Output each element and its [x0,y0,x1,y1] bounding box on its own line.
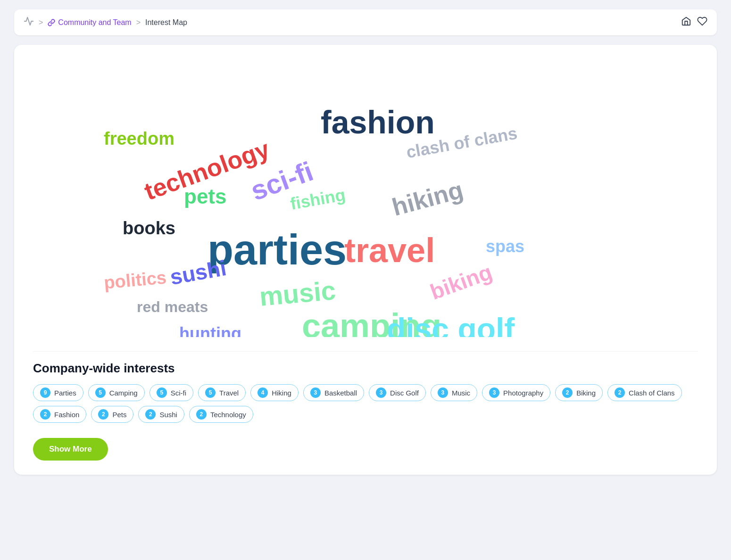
tag-label: Biking [576,389,596,397]
tag-label: Sci-fi [171,389,186,397]
tag-count: 3 [376,387,386,398]
chart-icon [24,16,34,29]
interest-tag[interactable]: 3Disc Golf [369,384,426,401]
tag-count: 5 [205,387,216,398]
interest-tag[interactable]: 3Basketball [303,384,364,401]
interest-tag[interactable]: 2Clash of Clans [607,384,682,401]
tag-count: 2 [98,409,108,420]
tag-label: Camping [109,389,138,397]
community-nav-link[interactable]: Community and Team [48,18,131,27]
show-more-button[interactable]: Show More [33,438,108,461]
tag-label: Clash of Clans [629,389,675,397]
tag-label: Parties [54,389,76,397]
interest-tag[interactable]: 2Technology [189,406,253,423]
home-icon[interactable] [681,16,691,29]
word-cloud-item[interactable]: parties [208,229,347,271]
tag-label: Technology [210,411,246,419]
tag-count: 2 [196,409,207,420]
word-cloud-item[interactable]: biking [427,261,495,303]
tag-count: 9 [40,387,50,398]
word-cloud: fashiontechnologyfreedomclash of clanssc… [33,59,698,337]
tag-count: 2 [40,409,50,420]
tag-label: Photography [503,389,543,397]
interest-tag[interactable]: 2Fashion [33,406,86,423]
tag-count: 2 [562,387,573,398]
word-cloud-item[interactable]: hunting [179,325,241,337]
interest-tag[interactable]: 5Camping [88,384,145,401]
tag-count: 4 [258,387,268,398]
interest-tag[interactable]: 2Pets [91,406,133,423]
tag-label: Disc Golf [390,389,419,397]
nav-bar: > Community and Team > Interest Map [14,9,717,35]
community-label: Community and Team [58,18,131,27]
word-cloud-item[interactable]: politics [103,268,167,291]
interest-tag[interactable]: 2Sushi [138,406,184,423]
tag-label: Hiking [272,389,291,397]
page-container: > Community and Team > Interest Map [0,0,731,484]
tag-label: Fashion [54,411,79,419]
interests-section: Company-wide interests 9Parties5Camping5… [33,351,698,461]
tag-label: Pets [112,411,126,419]
tag-label: Basketball [324,389,357,397]
word-cloud-item[interactable]: fashion [321,106,435,138]
interest-tag[interactable]: 5Sci-fi [150,384,193,401]
interest-tag[interactable]: 3Photography [482,384,550,401]
breadcrumb-sep-2: > [136,18,141,27]
interest-tag[interactable]: 3Music [431,384,477,401]
interests-title: Company-wide interests [33,361,698,376]
word-cloud-item[interactable]: pets [184,186,226,207]
word-cloud-item[interactable]: freedom [104,130,174,148]
tag-count: 5 [157,387,167,398]
word-cloud-item[interactable]: red meats [137,299,208,314]
word-cloud-item[interactable]: spas [486,238,524,255]
word-cloud-item[interactable]: sushi [168,257,228,288]
heart-icon[interactable] [697,16,707,29]
page-title: Interest Map [145,18,187,27]
tag-count: 2 [615,387,625,398]
tag-label: Sushi [159,411,177,419]
word-cloud-item[interactable]: hiking [390,177,465,220]
word-cloud-item[interactable]: travel [344,233,435,267]
main-card: fashiontechnologyfreedomclash of clanssc… [14,45,717,475]
tag-label: Travel [219,389,239,397]
tag-count: 3 [489,387,499,398]
tag-count: 3 [310,387,321,398]
breadcrumb-sep-1: > [39,18,43,27]
nav-actions [681,16,707,29]
interest-tag[interactable]: 9Parties [33,384,83,401]
tag-count: 2 [145,409,156,420]
word-cloud-item[interactable]: disc golf [387,313,515,337]
interest-tag[interactable]: 2Biking [555,384,603,401]
tag-count: 3 [438,387,448,398]
word-cloud-item[interactable]: books [123,219,175,237]
tag-label: Music [452,389,470,397]
tag-count: 5 [95,387,106,398]
interest-tag[interactable]: 5Travel [198,384,246,401]
interest-tags-row: 9Parties5Camping5Sci-fi5Travel4Hiking3Ba… [33,384,698,423]
nav-breadcrumb: > Community and Team > Interest Map [24,16,187,29]
word-cloud-item[interactable]: music [258,277,337,310]
interest-tag[interactable]: 4Hiking [250,384,299,401]
